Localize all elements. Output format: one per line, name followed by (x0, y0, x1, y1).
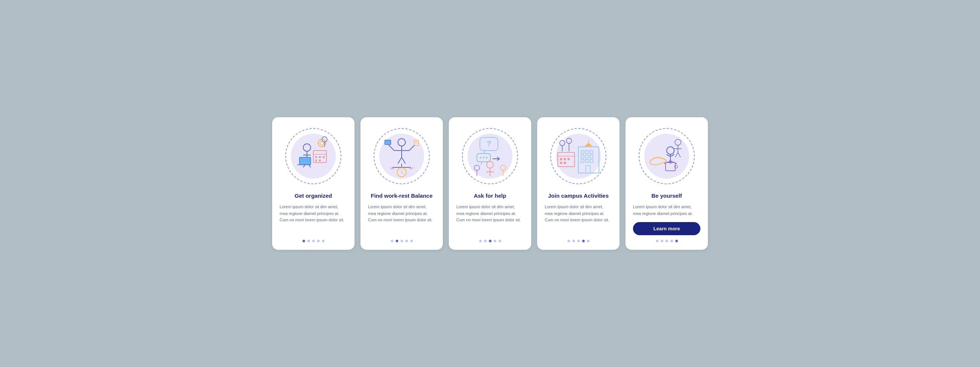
svg-line-26 (402, 157, 406, 164)
dot-2 (572, 240, 575, 242)
dots-askhelp (479, 240, 501, 242)
svg-point-44 (486, 157, 487, 158)
dot-1 (656, 240, 659, 242)
svg-rect-12 (315, 160, 317, 161)
learn-more-button[interactable]: Learn more (633, 222, 700, 235)
svg-rect-64 (586, 166, 590, 173)
dot-3 (312, 240, 315, 242)
svg-point-0 (303, 144, 311, 151)
svg-rect-70 (564, 158, 566, 160)
icon-area-campus (548, 126, 608, 186)
dot-4 (494, 240, 496, 242)
dots-beyourself (656, 240, 678, 242)
svg-point-78 (667, 147, 674, 154)
svg-rect-5 (299, 157, 311, 165)
dot-3 (401, 240, 403, 242)
card-text-askhelp: Lorem ipsum dolor sit dim amet, mea regi… (456, 204, 524, 235)
dot-2 (661, 240, 663, 242)
dot-5 (499, 240, 501, 242)
askhelp-icon: ? (466, 132, 514, 180)
beyourself-icon (642, 132, 691, 180)
dot-1 (568, 240, 570, 242)
svg-rect-61 (581, 160, 584, 163)
dot-1 (391, 240, 393, 242)
svg-point-49 (487, 161, 493, 168)
svg-rect-72 (560, 162, 562, 164)
card-get-organized: Get organized Lorem ipsum dolor sit dim … (272, 117, 355, 250)
organized-icon (289, 132, 338, 180)
card-title-campus: Join campus Activities (548, 192, 609, 199)
svg-rect-59 (585, 155, 589, 158)
dot-1 (479, 240, 482, 242)
svg-text:?: ? (487, 139, 491, 148)
card-text-campus: Lorem ipsum dolor sit dim amet, mea regi… (545, 204, 612, 235)
svg-rect-71 (568, 158, 570, 160)
card-text-beyourself: Lorem ipsum dolor sit dim amet, mea regi… (633, 204, 700, 217)
card-text-workrest: Lorem ipsum dolor sit dim amet, mea regi… (368, 204, 435, 235)
dot-3 (489, 240, 492, 242)
card-title-askhelp: Ask for help (474, 192, 506, 199)
dot-5 (410, 240, 413, 242)
dot-5 (587, 240, 590, 242)
dot-3 (577, 240, 580, 242)
svg-rect-57 (590, 150, 593, 153)
dot-2 (307, 240, 310, 242)
dot-5 (322, 240, 325, 242)
svg-rect-29 (385, 140, 391, 145)
svg-rect-58 (581, 155, 584, 158)
dot-5 (675, 240, 678, 242)
icon-area-beyourself (637, 126, 697, 186)
svg-rect-73 (564, 162, 566, 164)
dots-organized (302, 240, 325, 242)
campus-icon (554, 132, 603, 180)
svg-rect-11 (323, 156, 325, 158)
workrest-icon (377, 132, 426, 180)
svg-point-83 (675, 139, 681, 145)
dot-4 (582, 240, 585, 242)
svg-line-86 (675, 152, 678, 157)
card-campus: Join campus Activities Lorem ipsum dolor… (537, 117, 619, 250)
svg-point-22 (398, 139, 406, 146)
dots-workrest (391, 240, 413, 242)
card-text-organized: Lorem ipsum dolor sit dim amet, mea regi… (280, 204, 347, 235)
svg-rect-56 (585, 150, 589, 153)
svg-point-74 (560, 140, 565, 146)
svg-rect-63 (590, 160, 593, 163)
icon-area-organized (283, 126, 343, 186)
svg-line-25 (398, 157, 402, 164)
svg-rect-55 (581, 150, 584, 153)
svg-line-87 (678, 152, 681, 157)
card-title-workrest: Find work-rest Balance (371, 192, 432, 199)
icon-area-workrest (372, 126, 432, 186)
svg-line-37 (402, 172, 404, 174)
card-ask-help: ? (449, 117, 531, 250)
svg-rect-80 (665, 163, 675, 171)
dots-campus (568, 240, 590, 242)
svg-line-27 (388, 145, 394, 150)
svg-point-52 (501, 165, 506, 171)
svg-point-43 (483, 157, 484, 158)
svg-point-47 (474, 165, 479, 171)
dot-4 (670, 240, 673, 242)
svg-line-45 (480, 162, 482, 165)
dot-4 (317, 240, 320, 242)
dot-1 (302, 240, 305, 242)
svg-point-42 (480, 157, 481, 158)
dot-3 (665, 240, 668, 242)
icon-area-askhelp: ? (460, 126, 520, 186)
svg-rect-69 (560, 158, 562, 160)
svg-point-75 (566, 138, 572, 144)
cards-container: Get organized Lorem ipsum dolor sit dim … (272, 117, 708, 250)
svg-rect-62 (585, 160, 589, 163)
svg-marker-65 (585, 143, 592, 146)
svg-rect-10 (319, 156, 321, 158)
svg-line-40 (484, 150, 485, 153)
dot-2 (396, 240, 398, 242)
dot-2 (484, 240, 487, 242)
card-title-organized: Get organized (294, 192, 332, 199)
card-work-rest: Find work-rest Balance Lorem ipsum dolor… (361, 117, 443, 250)
svg-rect-60 (590, 155, 593, 158)
svg-rect-9 (315, 156, 317, 158)
card-be-yourself: Be yourself Lorem ipsum dolor sit dim am… (625, 117, 708, 250)
dot-4 (406, 240, 408, 242)
